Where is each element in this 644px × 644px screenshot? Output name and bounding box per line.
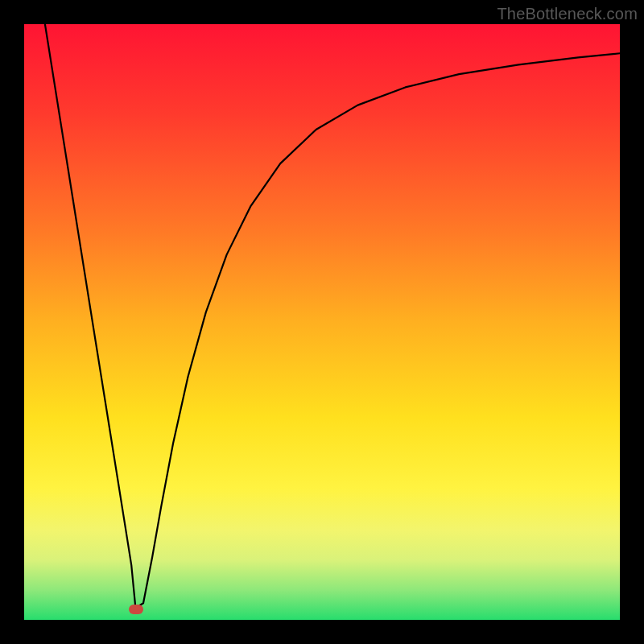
curve-svg xyxy=(24,24,620,620)
bottleneck-curve xyxy=(45,24,620,608)
watermark-text: TheBottleneck.com xyxy=(497,5,638,23)
chart-container: TheBottleneck.com xyxy=(0,0,644,644)
minimum-marker xyxy=(129,605,143,614)
plot-area xyxy=(24,24,620,620)
